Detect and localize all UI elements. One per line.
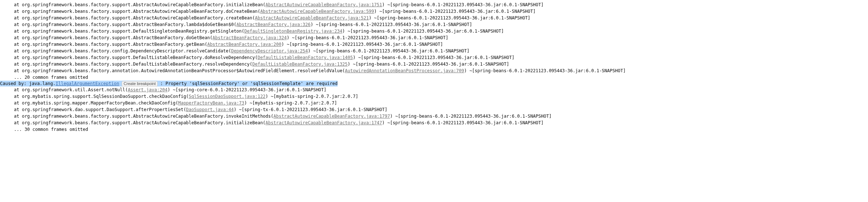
source-link[interactable]: DefaultListableBeanFactory.java:1405 bbox=[258, 55, 353, 60]
frame-suffix: ) ~[spring-beans-6.0.1-20221123.095443-3… bbox=[382, 120, 544, 125]
source-link[interactable]: AbstractBeanFactory.java:326 bbox=[236, 22, 310, 27]
source-link[interactable]: SqlSessionDaoSupport.java:122 bbox=[189, 94, 266, 99]
frame-suffix: ) ~[spring-tx-6.0.1-20221123.095443-36.j… bbox=[234, 107, 387, 112]
stack-frame: at org.springframework.util.Assert.notNu… bbox=[0, 87, 868, 93]
source-link[interactable]: AbstractAutowireCapableBeanFactory.java:… bbox=[265, 2, 382, 7]
frame-text: at org.springframework.beans.factory.sup… bbox=[14, 55, 258, 60]
frame-suffix: ) ~[mybatis-spring-2.0.7.jar:2.0.7] bbox=[244, 100, 337, 106]
source-link[interactable]: MapperFactoryBean.java:73 bbox=[178, 100, 244, 106]
frame-text: at org.springframework.beans.factory.con… bbox=[14, 48, 231, 54]
stack-frame: at org.mybatis.spring.support.SqlSession… bbox=[0, 93, 868, 100]
source-link[interactable]: AutowiredAnnotationBeanPostProcessor.jav… bbox=[345, 68, 464, 73]
frame-suffix: ) ~[spring-beans-6.0.1-20221123.095443-3… bbox=[287, 35, 448, 40]
stack-frame: at org.springframework.beans.factory.sup… bbox=[0, 1, 868, 8]
frame-text: at org.springframework.beans.factory.sup… bbox=[14, 35, 213, 40]
frame-text: at org.springframework.beans.factory.sup… bbox=[14, 2, 265, 7]
stack-frame: at org.springframework.beans.factory.sup… bbox=[0, 34, 868, 41]
source-link[interactable]: DefaultListableBeanFactory.java:1325 bbox=[252, 62, 347, 67]
frame-suffix: ) ~[spring-beans-6.0.1-20221123.095443-3… bbox=[390, 114, 552, 119]
stack-frame: at org.springframework.beans.factory.sup… bbox=[0, 28, 868, 34]
frame-suffix: ) ~[spring-beans-6.0.1-20221123.095443-3… bbox=[308, 48, 470, 54]
frame-text: at org.mybatis.spring.mapper.MapperFacto… bbox=[14, 100, 178, 106]
stack-frame: at org.springframework.beans.factory.sup… bbox=[0, 54, 868, 61]
cause-prefix: Caused by: java.lang. bbox=[0, 81, 56, 86]
frame-suffix: ) ~[mybatis-spring-2.0.7.jar:2.0.7] bbox=[265, 94, 358, 99]
frame-suffix: ) ~[spring-beans-6.0.1-20221123.095443-3… bbox=[310, 22, 472, 27]
omitted-frames: ... 20 common frames omitted bbox=[0, 74, 868, 81]
frame-text: at org.springframework.beans.factory.sup… bbox=[14, 120, 265, 125]
stack-frame: at org.springframework.beans.factory.sup… bbox=[0, 120, 868, 126]
frame-text: at org.springframework.util.Assert.notNu… bbox=[14, 87, 128, 92]
frame-suffix: ) ~[spring-beans-6.0.1-20221123.095443-3… bbox=[282, 42, 443, 47]
frame-suffix: ) ~[spring-beans-6.0.1-20221123.095443-3… bbox=[369, 15, 530, 21]
frame-text: at org.springframework.beans.factory.sup… bbox=[14, 15, 255, 21]
frame-text: at org.springframework.beans.factory.sup… bbox=[14, 22, 236, 27]
create-breakpoint-button[interactable]: Create breakpoint bbox=[122, 81, 157, 87]
stack-frame: at org.springframework.beans.factory.sup… bbox=[0, 8, 868, 15]
source-link[interactable]: AbstractAutowireCapableBeanFactory.java:… bbox=[260, 9, 374, 14]
source-link[interactable]: DependencyDescriptor.java:254 bbox=[231, 48, 308, 54]
frame-text: at org.springframework.beans.factory.sup… bbox=[14, 114, 273, 119]
frame-text: at org.mybatis.spring.support.SqlSession… bbox=[14, 94, 189, 99]
stack-frame: at org.springframework.beans.factory.sup… bbox=[0, 61, 868, 67]
source-link[interactable]: AbstractAutowireCapableBeanFactory.java:… bbox=[265, 120, 382, 125]
frame-suffix: ) ~[spring-beans-6.0.1-20221123.095443-3… bbox=[374, 9, 536, 14]
source-link[interactable]: Assert.java:204 bbox=[128, 87, 168, 92]
frame-suffix: ) ~[spring-beans-6.0.1-20221123.095443-3… bbox=[347, 62, 509, 67]
cause-line: Caused by: java.lang.IllegalArgumentExce… bbox=[0, 81, 868, 87]
stack-frame: at org.springframework.dao.support.DaoSu… bbox=[0, 106, 868, 113]
stack-frame: at org.springframework.beans.factory.sup… bbox=[0, 113, 868, 120]
frame-suffix: ) ~[spring-core-6.0.1-20221123.095443-36… bbox=[168, 87, 326, 92]
source-link[interactable]: DefaultSingletonBeanRegistry.java:234 bbox=[244, 29, 342, 34]
cause-message: : Property 'sqlSessionFactory' or 'sqlSe… bbox=[158, 81, 338, 86]
frame-suffix: ) ~[spring-beans-6.0.1-20221123.095443-3… bbox=[342, 29, 504, 34]
frame-text: at org.springframework.beans.factory.sup… bbox=[14, 62, 252, 67]
frame-suffix: ) ~[spring-beans-6.0.1-20221123.095443-3… bbox=[464, 68, 626, 73]
stack-frame: at org.springframework.beans.factory.ann… bbox=[0, 67, 868, 74]
frame-text: at org.springframework.beans.factory.ann… bbox=[14, 68, 345, 73]
frame-text: at org.springframework.dao.support.DaoSu… bbox=[14, 107, 186, 112]
omitted-frames: ... 30 common frames omitted bbox=[0, 126, 868, 133]
source-link[interactable]: DaoSupport.java:44 bbox=[186, 107, 234, 112]
source-link[interactable]: AbstractAutowireCapableBeanFactory.java:… bbox=[273, 114, 390, 119]
stack-frame: at org.springframework.beans.factory.sup… bbox=[0, 41, 868, 48]
frame-text: at org.springframework.beans.factory.sup… bbox=[14, 29, 244, 34]
stack-frame: at org.springframework.beans.factory.sup… bbox=[0, 15, 868, 21]
source-link[interactable]: AbstractBeanFactory.java:324 bbox=[213, 35, 287, 40]
stack-frame: at org.springframework.beans.factory.sup… bbox=[0, 21, 868, 28]
source-link[interactable]: AbstractBeanFactory.java:200 bbox=[207, 42, 281, 47]
exception-link[interactable]: IllegalArgumentException bbox=[56, 81, 119, 86]
console-output: at org.springframework.beans.factory.sup… bbox=[0, 1, 868, 133]
frame-text: at org.springframework.beans.factory.sup… bbox=[14, 42, 207, 47]
stack-frame: at org.springframework.beans.factory.con… bbox=[0, 48, 868, 54]
stack-frame: at org.mybatis.spring.mapper.MapperFacto… bbox=[0, 100, 868, 106]
frame-text: at org.springframework.beans.factory.sup… bbox=[14, 9, 260, 14]
frame-suffix: ) ~[spring-beans-6.0.1-20221123.095443-3… bbox=[382, 2, 544, 7]
frame-suffix: ) ~[spring-beans-6.0.1-20221123.095443-3… bbox=[353, 55, 515, 60]
source-link[interactable]: AbstractAutowireCapableBeanFactory.java:… bbox=[255, 15, 369, 21]
